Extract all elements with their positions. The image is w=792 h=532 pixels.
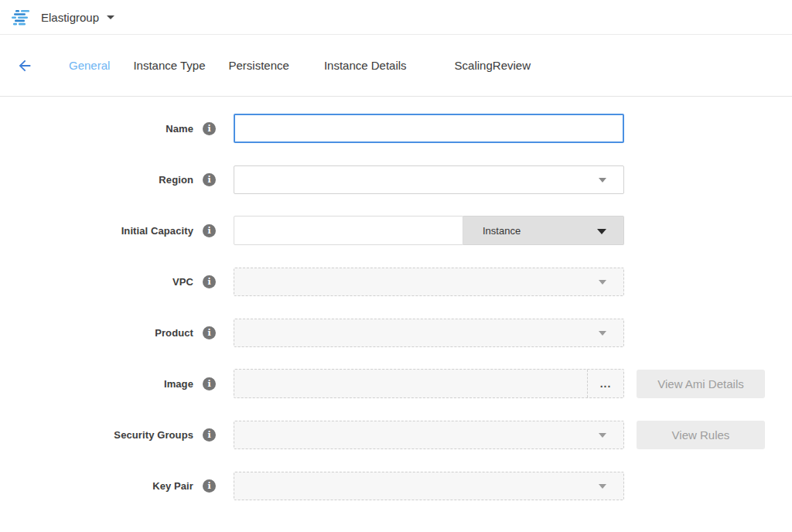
image-row: Image i ... View Ami Details: [0, 369, 792, 398]
product-info-icon[interactable]: i: [203, 326, 216, 339]
initial-capacity-input[interactable]: [234, 216, 463, 245]
region-label: Region: [0, 174, 193, 186]
product-row: Product i: [0, 318, 792, 347]
image-value: [234, 370, 587, 397]
tab-review[interactable]: Review: [493, 59, 531, 72]
security-groups-label: Security Groups: [0, 429, 193, 441]
region-select[interactable]: [234, 165, 624, 194]
view-ami-details-button[interactable]: View Ami Details: [637, 370, 765, 398]
app-title[interactable]: Elastigroup: [41, 11, 99, 24]
tab-persistence[interactable]: Persistence: [229, 59, 289, 72]
chevron-down-icon: [599, 433, 606, 438]
security-groups-select: [234, 421, 624, 449]
app-bar: Elastigroup: [0, 0, 792, 35]
tab-instance-details[interactable]: Instance Details: [324, 59, 407, 72]
chevron-down-icon: [597, 229, 606, 234]
region-row: Region i: [0, 165, 792, 194]
image-browse-button[interactable]: ...: [587, 370, 623, 397]
back-button[interactable]: [15, 56, 34, 75]
name-row: Name i: [0, 114, 792, 143]
tab-instance-type[interactable]: Instance Type: [133, 59, 205, 72]
capacity-unit-value: Instance: [483, 225, 521, 237]
chevron-down-icon: [599, 331, 606, 336]
name-input[interactable]: [234, 114, 624, 143]
chevron-down-icon: [599, 280, 606, 285]
tab-general[interactable]: General: [69, 59, 110, 72]
image-label: Image: [0, 378, 193, 390]
security-groups-info-icon[interactable]: i: [203, 428, 216, 442]
vpc-info-icon[interactable]: i: [203, 275, 216, 288]
tab-scaling[interactable]: Scaling: [455, 59, 493, 72]
elastigroup-logo-icon: [12, 9, 32, 26]
chevron-down-icon: [599, 484, 606, 489]
key-pair-row: Key Pair i: [0, 471, 792, 500]
app-title-caret-icon[interactable]: [107, 15, 114, 19]
image-info-icon[interactable]: i: [203, 377, 216, 390]
initial-capacity-info-icon[interactable]: i: [203, 224, 216, 237]
product-select: [234, 319, 624, 347]
vpc-row: VPC i: [0, 267, 792, 296]
key-pair-label: Key Pair: [0, 480, 193, 492]
initial-capacity-label: Initial Capacity: [0, 225, 193, 237]
image-picker: ...: [234, 369, 624, 398]
arrow-left-icon: [16, 57, 33, 74]
region-info-icon[interactable]: i: [203, 173, 216, 186]
wizard-tab-bar: General Instance Type Persistence Instan…: [0, 35, 792, 97]
vpc-select: [234, 268, 624, 296]
key-pair-select: [234, 472, 624, 500]
security-groups-row: Security Groups i View Rules: [0, 420, 792, 449]
key-pair-info-icon[interactable]: i: [203, 479, 216, 493]
name-label: Name: [0, 123, 193, 135]
product-label: Product: [0, 327, 193, 339]
vpc-label: VPC: [0, 276, 193, 288]
name-info-icon[interactable]: i: [203, 122, 216, 135]
capacity-unit-select[interactable]: Instance: [463, 216, 624, 245]
chevron-down-icon: [599, 178, 606, 182]
initial-capacity-row: Initial Capacity i Instance: [0, 216, 792, 245]
view-rules-button[interactable]: View Rules: [637, 421, 765, 449]
general-settings-form: Name i Region i Initial Capacity i Insta…: [0, 97, 792, 500]
